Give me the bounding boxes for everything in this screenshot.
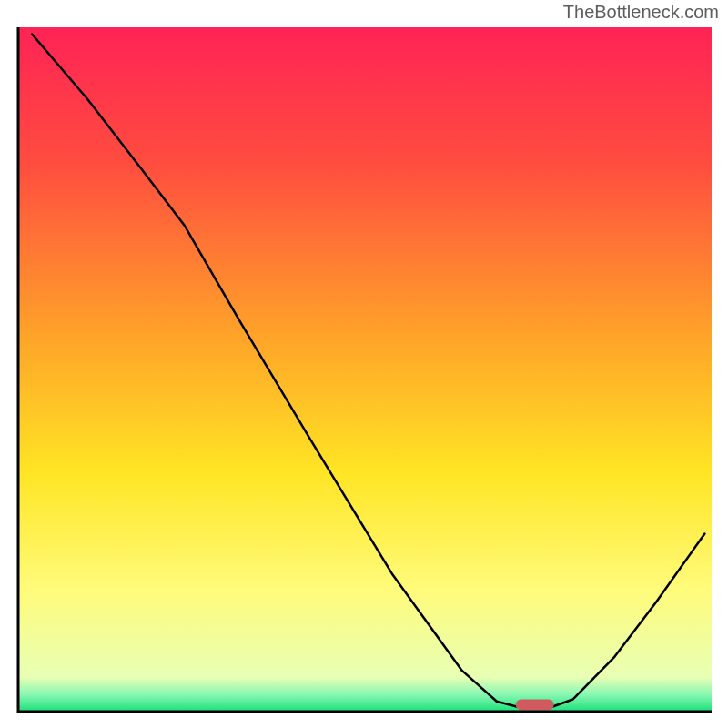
chart-frame: TheBottleneck.com [0, 0, 728, 728]
optimal-marker [516, 699, 554, 710]
gradient-background [18, 27, 712, 712]
bottleneck-chart [0, 0, 728, 728]
